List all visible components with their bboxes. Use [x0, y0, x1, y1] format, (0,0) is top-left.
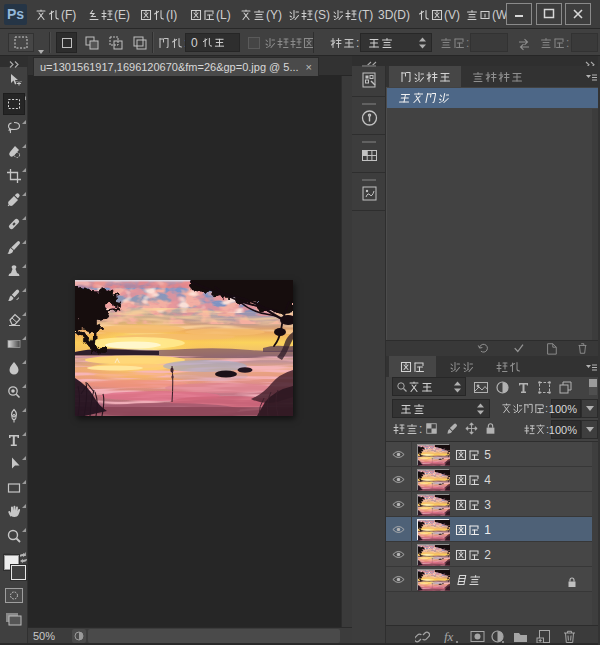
- svg-text:fx: fx: [444, 629, 454, 644]
